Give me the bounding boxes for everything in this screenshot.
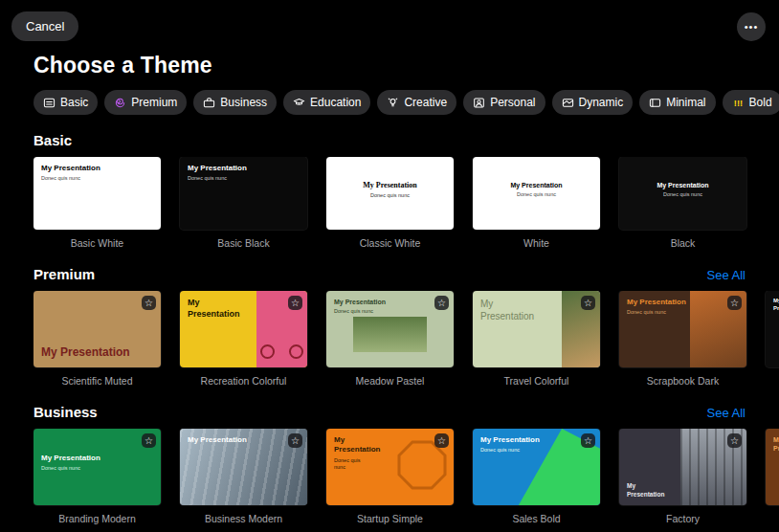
theme-caption: Scrapbook Dark [619,375,746,387]
page-title: Choose a Theme [33,53,779,78]
theme-card-scrapbook-dark[interactable]: My PresentationDonec quis nunc☆ [619,291,746,367]
theme-card-text: My PresentationDonec quis nunc [334,298,448,315]
theme-card-title: My Pre [773,435,779,453]
theme-item: My PresentationDonec quis nunc☆Scrapbook… [619,291,746,387]
bike-wheel [260,344,275,359]
theme-card-business-modern[interactable]: My Presentation☆ [180,429,307,505]
filter-chip-label: Dynamic [579,96,624,109]
theme-card-startup-simple[interactable]: My PresentationDonec quis nunc☆ [326,429,454,505]
premium-star-icon: ☆ [581,433,595,448]
filter-chip-business[interactable]: Business [193,90,277,115]
theme-card-subtitle: Donec quis nunc [334,308,448,315]
filter-bar: BasicPremiumBusinessEducationCreativePer… [33,90,779,115]
filter-chip-label: Bold [749,96,772,109]
bold-icon: !!! [732,97,745,109]
theme-card-text: My PresentationDonec quis nunc [41,164,155,183]
theme-sections: BasicMy PresentationDonec quis nuncBasic… [0,132,779,524]
theme-item: My PresentationDonec quis nuncClassic Wh… [326,157,454,249]
theme-item: My Presentation☆Recreation Colorful [180,291,307,387]
premium-star-icon: ☆ [727,296,742,310]
theme-item: My PresentationDonec quis nunc☆Sales Bol… [473,429,600,524]
section-title: Basic [33,132,72,148]
theme-card-partial[interactable]: My Presentation☆ [766,291,779,367]
theme-row: My PresentationDonec quis nunc☆Branding … [33,429,779,524]
theme-card-title: My Presentation [330,181,450,190]
theme-card-text: My Presentation [773,298,779,313]
theme-caption: Basic Black [180,237,307,249]
theme-caption: Factory [619,513,746,524]
theme-card-subtitle: Donec quis nunc [623,191,743,198]
theme-card-title: My Presentation [334,435,448,455]
filter-chip-education[interactable]: Education [283,90,370,115]
see-all-link[interactable]: See All [707,268,746,282]
theme-card-text: My PresentationDonec quis nunc [334,435,448,471]
premium-star-icon: ☆ [727,433,742,448]
theme-card-subtitle: Donec quis nunc [334,457,448,471]
theme-card-text: My PresentationDonec quis nunc [627,298,741,317]
filter-chip-creative[interactable]: Creative [377,90,456,115]
filter-chip-label: Business [220,96,267,109]
theme-card-title: My Presentation [623,181,743,189]
education-icon [293,97,305,109]
theme-card-white[interactable]: My PresentationDonec quis nunc [473,157,600,230]
theme-card-sales-bold[interactable]: My PresentationDonec quis nunc☆ [473,429,600,505]
theme-item: My PresentationDonec quis nunc☆Meadow Pa… [326,291,454,387]
theme-caption: Startup Simple [326,513,454,524]
theme-card-subtitle: Donec quis nunc [188,175,301,182]
theme-card-text: My PresentationDonec quis nunc [477,181,596,198]
theme-card-text: My Presentation [188,298,301,320]
theme-item: My PresentationDonec quis nuncBlack [619,157,746,249]
section-header: BusinessSee All [33,404,746,420]
theme-card-title: My Presentation [480,298,594,322]
theme-card-classic-white[interactable]: My PresentationDonec quis nunc [326,157,454,230]
filter-chip-premium[interactable]: Premium [104,90,187,115]
filter-chip-personal[interactable]: Personal [463,90,545,115]
theme-card-text: My Presentation [41,345,155,361]
theme-card-recreation-colorful[interactable]: My Presentation☆ [180,291,307,367]
filter-chip-label: Creative [404,96,447,109]
more-button[interactable]: ••• [737,12,766,41]
theme-caption: Meadow Pastel [326,375,454,387]
creative-icon [387,97,399,109]
premium-star-icon: ☆ [288,296,302,310]
theme-card-subtitle: Donec quis nunc [41,175,155,182]
filter-chip-dynamic[interactable]: Dynamic [552,90,634,115]
theme-card-basic-white[interactable]: My PresentationDonec quis nunc [33,157,161,230]
filter-chip-label: Premium [131,96,177,109]
theme-card-meadow-pastel[interactable]: My PresentationDonec quis nunc☆ [326,291,454,367]
theme-item: My Pre☆ [766,429,779,524]
theme-caption: White [473,237,600,249]
cancel-button[interactable]: Cancel [11,11,78,41]
theme-row: My PresentationDonec quis nuncBasic Whit… [33,157,779,249]
theme-caption: Recreation Colorful [180,375,307,387]
section-title: Premium [33,266,95,282]
premium-star-icon: ☆ [434,296,449,310]
theme-item: My PresentationDonec quis nuncBasic Whit… [33,157,161,249]
section-basic: BasicMy PresentationDonec quis nuncBasic… [0,132,779,249]
theme-card-basic-black[interactable]: My PresentationDonec quis nunc [180,157,307,230]
theme-card-subtitle: Donec quis nunc [330,192,450,199]
theme-card-scientific-muted[interactable]: My Presentation☆ [33,291,161,367]
theme-item: My PresentationDonec quis nunc☆Startup S… [326,429,454,524]
top-bar: Cancel ••• [0,0,779,41]
theme-item: My PresentationDonec quis nuncWhite [473,157,600,249]
theme-card-text: My PresentationDonec quis nunc [623,181,743,198]
filter-chip-basic[interactable]: Basic [33,90,98,115]
filter-chip-minimal[interactable]: Minimal [639,90,715,115]
filter-chip-bold[interactable]: !!!Bold [723,90,779,115]
see-all-link[interactable]: See All [707,406,746,420]
theme-card-title: My Presentation [334,298,448,306]
premium-star-icon: ☆ [288,433,302,448]
theme-card-subtitle: Donec quis nunc [627,309,741,316]
theme-card-factory[interactable]: My Presentation☆ [619,429,746,505]
theme-caption: Basic White [33,237,161,249]
premium-icon [114,97,126,109]
theme-card-subtitle: Donec quis nunc [480,447,594,454]
theme-card-branding-modern[interactable]: My PresentationDonec quis nunc☆ [33,429,161,505]
filter-chip-label: Education [310,96,361,109]
theme-card-partial[interactable]: My Pre☆ [766,429,779,505]
theme-card-travel-colorful[interactable]: My Presentation☆ [473,291,600,367]
basic-icon [43,97,56,109]
theme-card-black[interactable]: My PresentationDonec quis nunc [619,157,746,230]
theme-item: My Presentation☆Scientific Muted [33,291,161,387]
